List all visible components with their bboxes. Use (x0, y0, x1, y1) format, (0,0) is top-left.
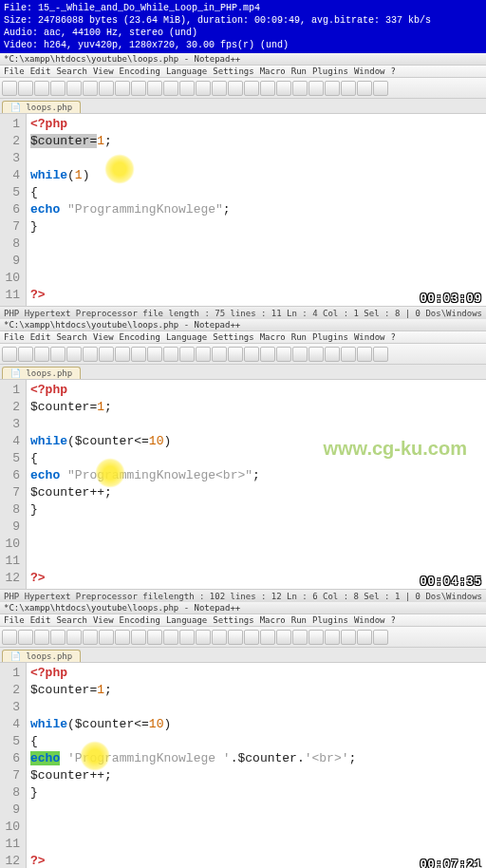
toolbar-button[interactable] (357, 630, 372, 645)
menu-item-help[interactable]: ? (390, 66, 395, 76)
menu-item-encoding[interactable]: Encoding (120, 332, 160, 342)
toolbar-button[interactable] (292, 630, 308, 645)
code-line[interactable]: { (30, 184, 482, 201)
file-tab[interactable]: 📄 loops.php (2, 650, 81, 662)
code-line[interactable]: <?php (30, 665, 482, 682)
menu-item-run[interactable]: Run (291, 332, 307, 342)
toolbar-button[interactable] (18, 630, 33, 645)
toolbar-button[interactable] (308, 347, 324, 362)
code-line[interactable] (30, 519, 482, 536)
toolbar-button[interactable] (196, 630, 211, 645)
toolbar-button[interactable] (115, 347, 130, 362)
toolbar-button[interactable] (196, 347, 211, 362)
toolbar-button[interactable] (163, 81, 178, 96)
code-line[interactable] (30, 416, 482, 433)
menu-item-edit[interactable]: Edit (30, 615, 51, 625)
file-tab[interactable]: 📄 loops.php (2, 367, 81, 379)
toolbar-button[interactable] (357, 347, 372, 362)
toolbar-button[interactable] (2, 81, 17, 96)
toolbar-button[interactable] (83, 347, 98, 362)
menu-item-plugins[interactable]: Plugins (312, 332, 348, 342)
toolbar-button[interactable] (228, 347, 243, 362)
menu-item-edit[interactable]: Edit (30, 66, 51, 76)
menu-item-plugins[interactable]: Plugins (312, 615, 348, 625)
code-area[interactable]: 1234567891011<?php$counter=1;while(1){ec… (0, 114, 486, 306)
menu-item-encoding[interactable]: Encoding (120, 66, 160, 76)
code-line[interactable] (30, 553, 482, 570)
menu-item-plugins[interactable]: Plugins (312, 66, 348, 76)
toolbar-button[interactable] (18, 81, 33, 96)
toolbar-button[interactable] (373, 630, 388, 645)
code-line[interactable]: } (30, 784, 482, 802)
toolbar-button[interactable] (212, 81, 227, 96)
toolbar-button[interactable] (83, 630, 98, 645)
toolbar-button[interactable] (131, 81, 146, 96)
code-line[interactable]: echo "ProgrammingKnowlege<br>"; (30, 467, 482, 484)
toolbar-button[interactable] (2, 630, 17, 645)
code-line[interactable]: $counter++; (30, 767, 482, 784)
code-line[interactable]: echo "ProgrammingKnowlege"; (30, 201, 482, 218)
toolbar-button[interactable] (244, 630, 259, 645)
code-line[interactable]: } (30, 218, 482, 236)
code-line[interactable] (30, 253, 482, 270)
code-line[interactable]: echo 'ProgrammingKnowlege '.$counter.'<b… (30, 750, 482, 767)
toolbar-button[interactable] (276, 347, 291, 362)
code-line[interactable] (30, 699, 482, 716)
code-line[interactable] (30, 270, 482, 287)
code-line[interactable]: $counter=1; (30, 399, 482, 416)
menu-item-file[interactable]: File (4, 332, 25, 342)
toolbar-button[interactable] (99, 81, 114, 96)
code-line[interactable]: $counter=1; (30, 133, 482, 150)
code-lines[interactable]: <?php$counter=1;while($counter<=10){echo… (27, 380, 486, 589)
code-line[interactable]: } (30, 501, 482, 519)
toolbar-button[interactable] (308, 81, 324, 96)
toolbar-button[interactable] (163, 347, 178, 362)
code-lines[interactable]: <?php$counter=1;while($counter<=10){echo… (27, 663, 486, 868)
toolbar-button[interactable] (228, 630, 243, 645)
toolbar-button[interactable] (99, 347, 114, 362)
toolbar-button[interactable] (260, 81, 275, 96)
toolbar-button[interactable] (50, 630, 65, 645)
menu-item-view[interactable]: View (93, 66, 114, 76)
code-area[interactable]: 123456789101112<?php$counter=1;while($co… (0, 380, 486, 589)
code-line[interactable]: <?php (30, 382, 482, 399)
toolbar-button[interactable] (228, 81, 243, 96)
toolbar-button[interactable] (131, 630, 146, 645)
code-line[interactable]: $counter=1; (30, 682, 482, 699)
toolbar-button[interactable] (2, 347, 17, 362)
toolbar-button[interactable] (66, 630, 82, 645)
toolbar-button[interactable] (50, 81, 65, 96)
toolbar-button[interactable] (212, 347, 227, 362)
menu-item-settings[interactable]: Settings (213, 66, 253, 76)
code-line[interactable] (30, 236, 482, 253)
toolbar-button[interactable] (115, 630, 130, 645)
code-line[interactable]: <?php (30, 116, 482, 133)
toolbar-button[interactable] (373, 81, 388, 96)
toolbar-button[interactable] (212, 630, 227, 645)
toolbar-button[interactable] (244, 81, 259, 96)
toolbar-button[interactable] (341, 81, 356, 96)
code-line[interactable]: $counter++; (30, 484, 482, 501)
code-line[interactable]: { (30, 450, 482, 467)
menu-item-window[interactable]: Window (354, 66, 385, 76)
menu-item-settings[interactable]: Settings (213, 332, 253, 342)
menu-item-view[interactable]: View (93, 615, 114, 625)
menu-item-search[interactable]: Search (56, 66, 87, 76)
menu-item-view[interactable]: View (93, 332, 114, 342)
toolbar-button[interactable] (292, 347, 308, 362)
toolbar-button[interactable] (276, 630, 291, 645)
menu-item-run[interactable]: Run (291, 615, 307, 625)
menu-item-macro[interactable]: Macro (260, 615, 286, 625)
toolbar-button[interactable] (66, 347, 82, 362)
toolbar-button[interactable] (115, 81, 130, 96)
toolbar-button[interactable] (34, 630, 49, 645)
code-line[interactable] (30, 836, 482, 853)
code-line[interactable]: while(1) (30, 167, 482, 184)
menu-item-macro[interactable]: Macro (260, 332, 286, 342)
code-lines[interactable]: <?php$counter=1;while(1){echo "Programmi… (27, 114, 486, 306)
menu-item-language[interactable]: Language (166, 66, 207, 76)
code-line[interactable]: while($counter<=10) (30, 716, 482, 733)
file-tab[interactable]: 📄 loops.php (2, 101, 81, 113)
code-line[interactable] (30, 150, 482, 167)
toolbar-button[interactable] (373, 347, 388, 362)
